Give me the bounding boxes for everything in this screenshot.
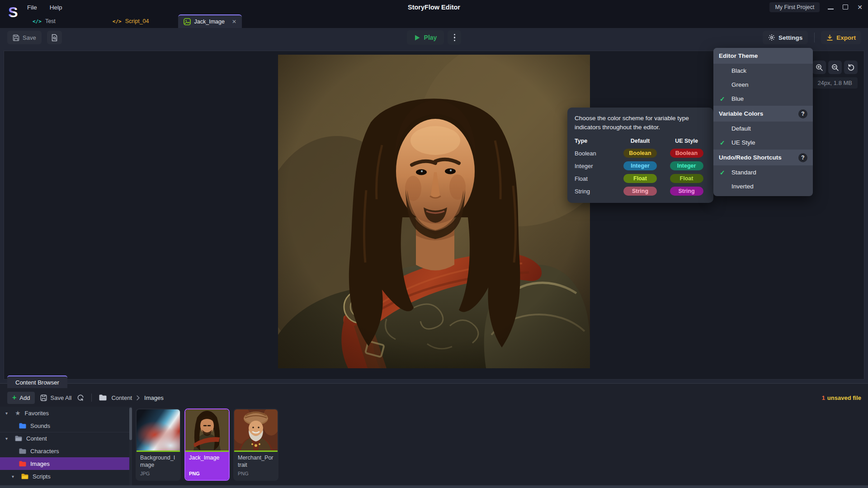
add-button[interactable]: + Add bbox=[7, 392, 35, 404]
editor-toolbar: Save Play bbox=[0, 28, 868, 47]
refresh-button[interactable] bbox=[77, 394, 84, 401]
menu-item-inverted[interactable]: ✓ Inverted bbox=[713, 179, 813, 193]
tree-item-characters[interactable]: Characters bbox=[0, 445, 132, 457]
check-icon: ✓ bbox=[720, 169, 731, 176]
check-icon: ✓ bbox=[720, 95, 731, 103]
zoom-out-button[interactable] bbox=[828, 61, 842, 74]
close-button[interactable]: ✕ bbox=[857, 4, 863, 10]
menu-item-label: UE Style bbox=[731, 139, 755, 146]
document-preview-button[interactable] bbox=[47, 31, 62, 44]
menu-item-black[interactable]: ✓ Black bbox=[713, 64, 813, 78]
menu-item-ue-style[interactable]: ✓ UE Style bbox=[713, 136, 813, 150]
breadcrumb-content[interactable]: Content bbox=[111, 394, 132, 401]
gear-icon bbox=[768, 34, 775, 41]
reset-view-button[interactable] bbox=[844, 61, 858, 74]
asset-thumbnail bbox=[185, 409, 229, 450]
more-options-button[interactable] bbox=[448, 30, 461, 45]
save-all-label: Save All bbox=[50, 394, 71, 401]
maximize-button[interactable] bbox=[843, 3, 848, 11]
section-variable-colors: Variable Colors ? bbox=[713, 106, 813, 122]
menu-item-default[interactable]: ✓ Default bbox=[713, 122, 813, 136]
section-editor-theme: Editor Theme bbox=[713, 48, 813, 64]
star-icon: ★ bbox=[15, 409, 21, 417]
chevron-down-icon[interactable]: ▾ bbox=[5, 436, 11, 441]
chevron-right-icon bbox=[137, 395, 140, 400]
row-type-label: Boolean bbox=[575, 150, 613, 157]
tooltip-table: Type Default UE Style Boolean Boolean Bo… bbox=[575, 138, 706, 196]
code-icon: </> bbox=[33, 19, 42, 24]
row-type-label: String bbox=[575, 188, 613, 195]
title-bar: S File Help StoryFlow Editor My First Pr… bbox=[0, 0, 868, 14]
settings-label: Settings bbox=[778, 34, 802, 41]
tab-label: Script_04 bbox=[125, 18, 149, 24]
app-window: S File Help StoryFlow Editor My First Pr… bbox=[0, 0, 868, 488]
download-icon bbox=[826, 34, 833, 41]
project-badge: My First Project bbox=[769, 2, 820, 12]
tree-scrollbar[interactable] bbox=[129, 407, 132, 488]
badge-integer-default: Integer bbox=[623, 161, 657, 170]
save-button[interactable]: Save bbox=[7, 31, 42, 44]
tab-test[interactable]: </> Test bbox=[26, 14, 62, 28]
jack-thumb bbox=[185, 409, 229, 450]
svg-text:S: S bbox=[8, 4, 18, 20]
unsaved-label: unsaved file bbox=[827, 394, 861, 401]
tree-label: Characters bbox=[30, 448, 59, 455]
zoom-in-button[interactable] bbox=[812, 61, 826, 74]
tree-label: Scripts bbox=[33, 473, 51, 480]
add-label: Add bbox=[19, 394, 30, 401]
menu-item-green[interactable]: ✓ Green bbox=[713, 78, 813, 92]
tree-item-images[interactable]: Images bbox=[0, 457, 132, 470]
content-browser-tab[interactable]: Content Browser bbox=[7, 375, 67, 388]
column-ue-style: UE Style bbox=[667, 138, 706, 144]
badge-float-default: Float bbox=[623, 174, 657, 183]
plus-icon: + bbox=[12, 394, 16, 401]
export-button[interactable]: Export bbox=[821, 31, 861, 44]
tab-label: Test bbox=[45, 18, 56, 24]
zoom-out-icon bbox=[831, 64, 839, 71]
menu-help[interactable]: Help bbox=[50, 4, 62, 11]
breadcrumb-images[interactable]: Images bbox=[144, 394, 164, 401]
code-icon: </> bbox=[113, 19, 122, 24]
play-label: Play bbox=[424, 34, 437, 41]
table-row: String String String bbox=[575, 187, 706, 196]
play-button[interactable]: Play bbox=[407, 30, 444, 45]
help-icon[interactable]: ? bbox=[798, 153, 807, 162]
tab-script-04[interactable]: </> Script_04 bbox=[106, 14, 156, 28]
section-header-label: Variable Colors bbox=[719, 110, 763, 117]
asset-grid: Background_Image JPG bbox=[136, 407, 868, 488]
content-browser-panel: + Add Save All Con bbox=[0, 383, 868, 488]
badge-boolean-default: Boolean bbox=[623, 149, 657, 158]
chevron-down-icon[interactable]: ▾ bbox=[12, 474, 17, 479]
asset-card-jack-image[interactable]: Jack_Image PNG bbox=[184, 408, 230, 481]
chevron-down-icon[interactable]: ▾ bbox=[5, 411, 11, 416]
help-icon[interactable]: ? bbox=[798, 109, 807, 118]
asset-name: Jack_Image bbox=[185, 452, 229, 471]
refresh-icon bbox=[77, 394, 84, 401]
tab-jack-image[interactable]: Jack_Image ✕ bbox=[178, 14, 242, 28]
settings-button[interactable]: Settings bbox=[763, 31, 808, 44]
minimize-icon bbox=[828, 9, 834, 9]
asset-card-merchant-portrait[interactable]: Merchant_Portrait PNG bbox=[233, 408, 278, 481]
menu-file[interactable]: File bbox=[27, 4, 37, 11]
horizontal-scrollbar[interactable] bbox=[0, 485, 868, 488]
tree-item-sounds[interactable]: Sounds bbox=[0, 419, 132, 432]
tree-item-content[interactable]: ▾ Content bbox=[0, 432, 132, 445]
asset-thumbnail bbox=[137, 409, 180, 450]
asset-card-background-image[interactable]: Background_Image JPG bbox=[136, 408, 181, 481]
tab-close-icon[interactable]: ✕ bbox=[232, 19, 236, 25]
asset-thumbnail bbox=[234, 409, 278, 450]
tree-item-favorites[interactable]: ▾ ★ Favorites bbox=[0, 407, 132, 419]
scrollbar-thumb[interactable] bbox=[129, 408, 132, 440]
table-row: Float Float Float bbox=[575, 174, 706, 183]
save-all-button[interactable]: Save All bbox=[40, 394, 71, 401]
menu-item-standard[interactable]: ✓ Standard bbox=[713, 165, 813, 179]
folder-icon bbox=[19, 448, 26, 454]
zoom-in-icon bbox=[816, 64, 823, 71]
tree-item-scripts[interactable]: ▾ Scripts bbox=[0, 470, 132, 483]
badge-integer-ue: Integer bbox=[670, 161, 703, 170]
badge-boolean-ue: Boolean bbox=[670, 149, 703, 158]
tab-bar: </> Test </> Script_04 Jack_Image ✕ bbox=[0, 14, 868, 28]
menu-item-blue[interactable]: ✓ Blue bbox=[713, 92, 813, 106]
minimize-button[interactable] bbox=[828, 3, 834, 11]
variable-colors-tooltip: Choose the color scheme for variable typ… bbox=[567, 108, 713, 203]
